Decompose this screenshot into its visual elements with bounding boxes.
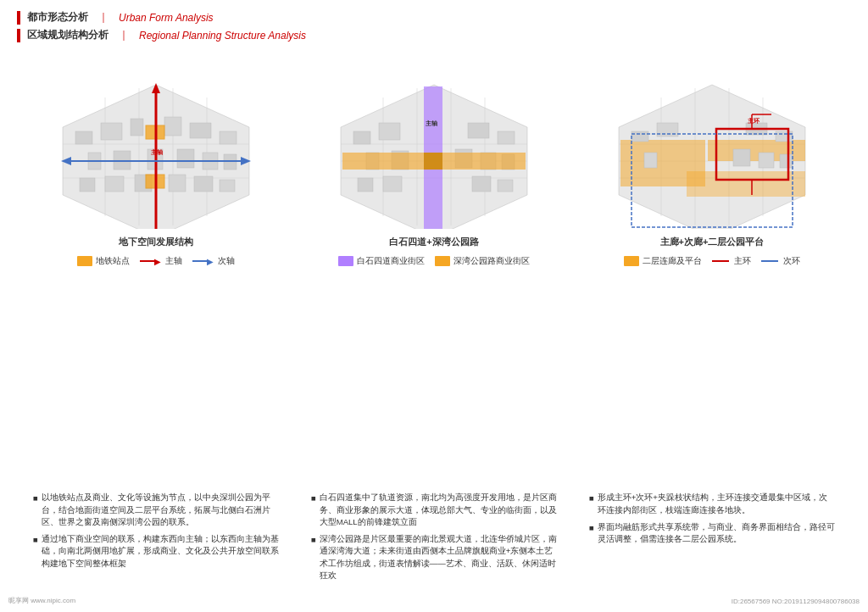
desc2-item1: ■ 白石四道集中了轨道资源，南北均为高强度开发用地，是片区商务、商业形象的展示大… bbox=[311, 492, 557, 528]
svg-rect-10 bbox=[131, 119, 143, 136]
desc2-text2: 深湾公园路是片区最重要的南北景观大道，北连华侨城片区，南通深湾海大道；未来街道由… bbox=[320, 533, 557, 581]
main-content: 主轴 地下空间发展结构 地铁站点 ▶ 主轴 ▶ bbox=[0, 59, 868, 267]
legend1-main-line: ▶ bbox=[140, 260, 157, 262]
svg-rect-71 bbox=[632, 131, 648, 142]
svg-rect-21 bbox=[105, 176, 124, 192]
section1: 主轴 地下空间发展结构 地铁站点 ▶ 主轴 ▶ bbox=[29, 59, 283, 267]
svg-rect-75 bbox=[644, 153, 657, 168]
legend3-main: 主环 bbox=[712, 255, 751, 267]
svg-rect-78 bbox=[780, 154, 793, 168]
legend2-shenbay-icon bbox=[435, 256, 450, 266]
legend1-metro-icon bbox=[77, 256, 92, 266]
legend3-sub-label: 次环 bbox=[783, 255, 800, 267]
legend2-baishi-label: 白石四道商业街区 bbox=[357, 255, 425, 267]
legend1-main: ▶ 主轴 bbox=[140, 255, 182, 267]
svg-rect-74 bbox=[776, 131, 793, 142]
bullet3: ■ bbox=[311, 492, 316, 528]
bullet1: ■ bbox=[33, 492, 38, 528]
desc-col1: ■ 以地铁站点及商业、文化等设施为节点，以中央深圳公园为平台，结合地面街道空间及… bbox=[33, 492, 279, 587]
legend2: 白石四道+深湾公园路 白石四道商业街区 深湾公园路商业街区 bbox=[307, 236, 561, 267]
desc-col2: ■ 白石四道集中了轨道资源，南北均为高强度开发用地，是片区商务、商业形象的展示大… bbox=[311, 492, 557, 587]
bullet6: ■ bbox=[589, 522, 594, 546]
svg-rect-12 bbox=[190, 123, 211, 138]
legend1-items: 地铁站点 ▶ 主轴 ▶ 次轴 bbox=[77, 255, 235, 267]
svg-rect-9 bbox=[101, 123, 122, 140]
header-sep2: ｜ bbox=[119, 28, 129, 42]
header-cn1: 都市形态分析 bbox=[27, 10, 88, 25]
svg-text:主轴: 主轴 bbox=[426, 120, 437, 126]
desc3-text2: 界面均融筋形式共享系统带，与商业、商务界面相结合，路径可灵活调整，倡需连接各二层… bbox=[598, 521, 835, 546]
legend3-main-line bbox=[712, 260, 729, 262]
section3: 主环 主廊+次廊+二层公园平台 二层连廊及平台 主环 次环 bbox=[585, 59, 839, 267]
svg-rect-44 bbox=[379, 123, 400, 140]
header-bar2 bbox=[17, 29, 20, 42]
desc1-item1: ■ 以地铁站点及商业、文化等设施为节点，以中央深圳公园为平台，结合地面街道空间及… bbox=[33, 492, 279, 528]
svg-rect-23 bbox=[169, 175, 186, 192]
legend3-sub-line bbox=[761, 260, 778, 262]
desc1-item2: ■ 通过地下商业空间的联系，构建东西向主轴；以东西向主轴为基础，向南北两侧用地扩… bbox=[33, 533, 279, 570]
header-line2: 区域规划结构分析 ｜ Regional Planning Structure A… bbox=[17, 28, 306, 42]
legend2-title: 白石四道+深湾公园路 bbox=[389, 236, 478, 248]
svg-rect-20 bbox=[80, 178, 95, 192]
svg-rect-54 bbox=[472, 176, 491, 192]
legend3-platform-icon bbox=[624, 256, 639, 266]
legend3-platform: 二层连廊及平台 bbox=[624, 255, 702, 267]
bullet5: ■ bbox=[589, 492, 594, 516]
svg-rect-25 bbox=[220, 180, 235, 192]
svg-rect-8 bbox=[75, 131, 92, 144]
svg-rect-11 bbox=[164, 117, 181, 136]
legend3-title: 主廊+次廊+二层公园平台 bbox=[660, 236, 765, 248]
bullet4: ■ bbox=[311, 534, 316, 581]
legend3-main-label: 主环 bbox=[734, 255, 751, 267]
header-en2: Regional Planning Structure Analysis bbox=[139, 30, 306, 42]
section2: 主轴 白石四道+深湾公园路 白石四道商业街区 深湾公园路商业街区 bbox=[307, 59, 561, 267]
descriptions: ■ 以地铁站点及商业、文化等设施为节点，以中央深圳公园为平台，结合地面街道空间及… bbox=[0, 492, 868, 587]
header-bar1 bbox=[17, 11, 20, 25]
header-en1: Urban Form Analysis bbox=[119, 12, 214, 24]
legend1-metro: 地铁站点 bbox=[77, 255, 130, 267]
legend1-sub-label: 次轴 bbox=[218, 255, 235, 267]
svg-rect-77 bbox=[759, 153, 774, 168]
svg-rect-53 bbox=[383, 176, 402, 192]
header: 都市形态分析 ｜ Urban Form Analysis 区域规划结构分析 ｜ … bbox=[17, 10, 306, 42]
legend2-baishi: 白石四道商业街区 bbox=[338, 255, 425, 267]
legend2-baishi-icon bbox=[338, 256, 353, 266]
svg-text:主轴: 主轴 bbox=[151, 148, 163, 155]
header-cn2: 区域规划结构分析 bbox=[27, 28, 108, 42]
svg-rect-24 bbox=[194, 176, 213, 192]
svg-rect-55 bbox=[498, 180, 513, 192]
bullet2: ■ bbox=[33, 534, 38, 570]
desc3-item1: ■ 形成主环+次环+夹跺枝状结构，主环连接交通最集中区域，次环连接内部街区，枝端… bbox=[589, 492, 835, 516]
diagram3: 主环 bbox=[593, 59, 831, 229]
legend2-items: 白石四道商业街区 深湾公园路商业街区 bbox=[338, 255, 530, 267]
desc2-item2: ■ 深湾公园路是片区最重要的南北景观大道，北连华侨城片区，南通深湾海大道；未来街… bbox=[311, 533, 557, 581]
legend1-title: 地下空间发展结构 bbox=[119, 236, 193, 248]
legend3: 主廊+次廊+二层公园平台 二层连廊及平台 主环 次环 bbox=[585, 236, 839, 267]
legend1: 地下空间发展结构 地铁站点 ▶ 主轴 ▶ 次轴 bbox=[29, 236, 283, 267]
svg-rect-52 bbox=[358, 178, 373, 192]
svg-rect-43 bbox=[353, 131, 370, 144]
footer-logo: 昵享网 www.nipic.com bbox=[8, 596, 75, 605]
legend3-platform-label: 二层连廊及平台 bbox=[643, 255, 702, 267]
desc3-item2: ■ 界面均融筋形式共享系统带，与商业、商务界面相结合，路径可灵活调整，倡需连接各… bbox=[589, 521, 835, 546]
desc1-text2: 通过地下商业空间的联系，构建东西向主轴；以东西向主轴为基础，向南北两侧用地扩展，… bbox=[42, 533, 279, 570]
legend2-shenbay-label: 深湾公园路商业街区 bbox=[453, 255, 530, 267]
svg-rect-45 bbox=[468, 123, 489, 138]
desc-col3: ■ 形成主环+次环+夹跺枝状结构，主环连接交通最集中区域，次环连接内部街区，枝端… bbox=[589, 492, 835, 587]
desc2-text1: 白石四道集中了轨道资源，南北均为高强度开发用地，是片区商务、商业形象的展示大道，… bbox=[320, 492, 557, 528]
svg-rect-76 bbox=[733, 149, 750, 166]
svg-rect-58 bbox=[424, 153, 442, 170]
svg-rect-46 bbox=[498, 131, 515, 144]
legend1-sub-line: ▶ bbox=[192, 260, 209, 262]
legend1-main-label: 主轴 bbox=[165, 255, 182, 267]
legend3-items: 二层连廊及平台 主环 次环 bbox=[624, 255, 800, 267]
legend1-sub: ▶ 次轴 bbox=[192, 255, 235, 267]
watermark: ID:26567569 NO:20191129094800786038 bbox=[732, 598, 860, 605]
desc3-text1: 形成主环+次环+夹跺枝状结构，主环连接交通最集中区域，次环连接内部街区，枝端连廊… bbox=[598, 492, 835, 516]
svg-text:主环: 主环 bbox=[748, 117, 760, 124]
svg-rect-17 bbox=[177, 149, 194, 168]
diagram1: 主轴 bbox=[37, 59, 275, 229]
legend3-sub: 次环 bbox=[761, 255, 800, 267]
legend2-shenbay: 深湾公园路商业街区 bbox=[435, 255, 530, 267]
header-line1: 都市形态分析 ｜ Urban Form Analysis bbox=[17, 10, 306, 25]
